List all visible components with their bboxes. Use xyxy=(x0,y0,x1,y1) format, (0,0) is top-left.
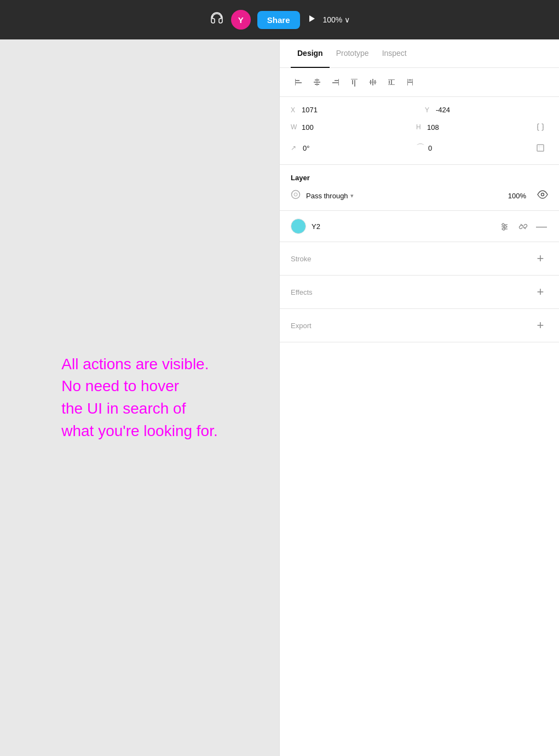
clip-content-icon[interactable] xyxy=(533,140,548,156)
export-section: Export + xyxy=(280,309,559,342)
align-right-icon[interactable] xyxy=(328,75,343,90)
stroke-label: Stroke xyxy=(291,255,312,263)
svg-marker-0 xyxy=(309,15,315,22)
canvas-text: All actions are visible. No need to hove… xyxy=(50,342,229,453)
export-add-button[interactable]: + xyxy=(533,318,548,333)
svg-rect-2 xyxy=(295,82,302,83)
w-label: W xyxy=(291,123,302,131)
tabs-row: Design Prototype Inspect xyxy=(280,39,559,68)
alignment-row xyxy=(280,68,559,97)
svg-rect-9 xyxy=(332,82,339,83)
opacity-value[interactable]: 100% xyxy=(508,192,526,200)
svg-rect-25 xyxy=(407,79,408,85)
corner-radius-input[interactable] xyxy=(428,144,531,152)
svg-rect-10 xyxy=(338,79,339,85)
fill-adjust-icon[interactable] xyxy=(498,220,511,233)
blend-mode-icon xyxy=(291,190,301,202)
blend-caret-icon: ▾ xyxy=(350,192,354,199)
align-center-vertical-icon[interactable] xyxy=(309,75,325,90)
distribute-vertical-icon[interactable] xyxy=(384,75,399,90)
svg-rect-23 xyxy=(407,82,413,83)
properties-section: X Y W H xyxy=(280,97,559,165)
layer-title: Layer xyxy=(291,174,548,182)
svg-rect-12 xyxy=(354,80,355,87)
svg-rect-7 xyxy=(317,78,318,86)
align-left-icon[interactable] xyxy=(291,75,306,90)
svg-rect-21 xyxy=(388,79,395,80)
svg-point-33 xyxy=(502,224,504,226)
y-input[interactable] xyxy=(436,106,548,114)
effects-add-button[interactable]: + xyxy=(533,284,548,300)
fill-remove-button[interactable]: — xyxy=(535,220,548,233)
svg-rect-1 xyxy=(295,80,299,81)
blend-mode-dropdown[interactable]: Pass through ▾ xyxy=(306,192,503,200)
fill-unlink-icon[interactable] xyxy=(516,220,529,233)
h-input[interactable] xyxy=(427,123,531,131)
svg-rect-8 xyxy=(335,80,339,81)
fill-color-swatch[interactable] xyxy=(291,219,306,234)
svg-rect-17 xyxy=(369,82,377,83)
svg-point-28 xyxy=(294,193,297,196)
svg-rect-13 xyxy=(351,79,358,79)
fill-layer-name: Y2 xyxy=(312,222,492,231)
y-label: Y xyxy=(425,106,436,114)
align-middle-icon[interactable] xyxy=(365,75,381,90)
fill-section: Y2 xyxy=(280,211,559,242)
headphone-icon[interactable] xyxy=(209,12,224,28)
svg-rect-24 xyxy=(412,79,413,85)
visibility-icon[interactable] xyxy=(537,190,548,202)
rotation-input[interactable] xyxy=(303,144,405,152)
corner-radius-icon: ⌒ xyxy=(416,142,425,154)
play-button[interactable] xyxy=(307,14,316,26)
tab-prototype[interactable]: Prototype xyxy=(330,40,376,68)
svg-rect-19 xyxy=(391,79,392,85)
svg-point-34 xyxy=(504,226,506,228)
svg-rect-26 xyxy=(537,145,544,151)
effects-section: Effects + xyxy=(280,276,559,309)
topbar: Y Share 100% ∨ xyxy=(0,0,559,39)
x-label: X xyxy=(291,106,302,114)
stroke-add-button[interactable]: + xyxy=(533,251,548,266)
svg-rect-11 xyxy=(352,80,353,84)
effects-label: Effects xyxy=(291,288,313,296)
panel-empty-space xyxy=(280,342,559,756)
svg-rect-22 xyxy=(408,79,412,81)
user-avatar[interactable]: Y xyxy=(231,10,251,30)
distribute-horizontal-icon[interactable] xyxy=(402,75,418,90)
tab-inspect[interactable]: Inspect xyxy=(376,40,413,68)
constrain-proportions-icon[interactable] xyxy=(533,119,548,135)
svg-rect-20 xyxy=(388,84,395,85)
h-label: H xyxy=(416,123,427,131)
canvas-area: All actions are visible. No need to hove… xyxy=(0,39,279,756)
rotation-icon: ↗ xyxy=(291,144,299,152)
zoom-control[interactable]: 100% ∨ xyxy=(323,15,350,24)
svg-rect-18 xyxy=(389,81,390,84)
export-label: Export xyxy=(291,322,312,330)
tab-design[interactable]: Design xyxy=(291,40,330,68)
svg-point-35 xyxy=(503,228,505,230)
svg-point-27 xyxy=(292,191,300,199)
right-panel: Design Prototype Inspect xyxy=(279,39,559,756)
x-input[interactable] xyxy=(302,106,414,114)
svg-point-29 xyxy=(541,193,544,196)
stroke-section: Stroke + xyxy=(280,242,559,276)
layer-section: Layer Pass through ▾ 100% xyxy=(280,165,559,211)
align-top-icon[interactable] xyxy=(347,75,362,90)
share-button[interactable]: Share xyxy=(257,11,300,29)
svg-rect-3 xyxy=(295,79,296,85)
w-input[interactable] xyxy=(302,123,405,131)
